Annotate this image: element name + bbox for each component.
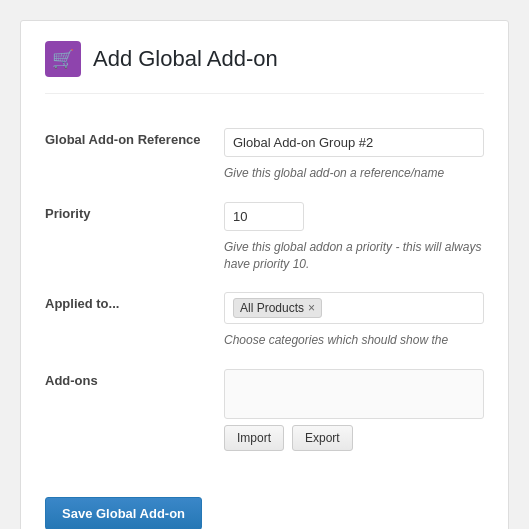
- priority-row: Priority Give this global addon a priori…: [45, 192, 484, 283]
- addons-label: Add-ons: [45, 373, 98, 388]
- page-title-row: 🛒 Add Global Add-on: [45, 41, 484, 94]
- applied-to-desc: Choose categories which should show the: [224, 332, 484, 349]
- priority-desc: Give this global addon a priority - this…: [224, 239, 484, 273]
- save-row: Save Global Add-on: [45, 481, 484, 529]
- applied-to-row: Applied to... All Products × Choose cate: [45, 282, 484, 359]
- applied-to-label: Applied to...: [45, 296, 119, 311]
- tag-label: All Products: [240, 301, 304, 315]
- main-card: 🛒 Add Global Add-on Global Add-on Refere…: [20, 20, 509, 529]
- page-title: Add Global Add-on: [93, 46, 278, 72]
- reference-input[interactable]: [224, 128, 484, 157]
- all-products-tag: All Products ×: [233, 298, 322, 318]
- addons-box: [224, 369, 484, 419]
- applied-to-input[interactable]: All Products ×: [224, 292, 484, 324]
- priority-label: Priority: [45, 206, 91, 221]
- reference-desc: Give this global add-on a reference/name: [224, 165, 484, 182]
- tag-remove-button[interactable]: ×: [308, 302, 315, 314]
- reference-label: Global Add-on Reference: [45, 132, 201, 147]
- reference-row: Global Add-on Reference Give this global…: [45, 118, 484, 192]
- export-button[interactable]: Export: [292, 425, 353, 451]
- page-wrapper: 🛒 Add Global Add-on Global Add-on Refere…: [0, 0, 529, 529]
- form-table: Global Add-on Reference Give this global…: [45, 118, 484, 461]
- addons-row: Add-ons Import Export: [45, 359, 484, 461]
- cart-icon: 🛒: [45, 41, 81, 77]
- priority-input[interactable]: [224, 202, 304, 231]
- import-export-row: Import Export: [224, 425, 484, 451]
- import-button[interactable]: Import: [224, 425, 284, 451]
- save-button[interactable]: Save Global Add-on: [45, 497, 202, 529]
